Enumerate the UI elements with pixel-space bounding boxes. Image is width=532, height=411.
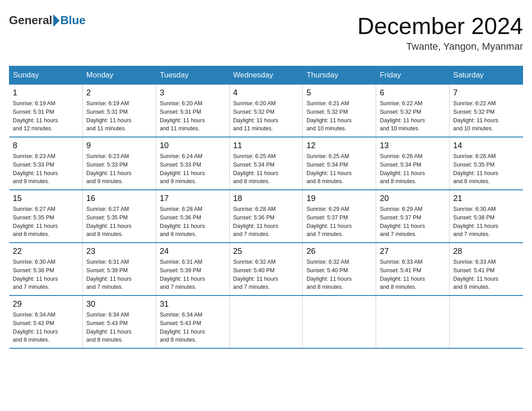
calendar-cell: 22 Sunrise: 6:30 AMSunset: 5:38 PMDaylig… [9, 243, 83, 295]
calendar-cell: 18 Sunrise: 6:28 AMSunset: 5:36 PMDaylig… [229, 190, 303, 243]
calendar-cell [376, 295, 450, 348]
day-number: 26 [306, 247, 372, 256]
day-info: Sunrise: 6:34 AMSunset: 5:43 PMDaylight:… [86, 311, 152, 344]
day-info: Sunrise: 6:33 AMSunset: 5:41 PMDaylight:… [453, 258, 519, 291]
day-info: Sunrise: 6:29 AMSunset: 5:37 PMDaylight:… [380, 205, 446, 239]
header-saturday: Saturday [450, 66, 523, 85]
day-info: Sunrise: 6:31 AMSunset: 5:39 PMDaylight:… [86, 258, 152, 291]
calendar-cell: 3 Sunrise: 6:20 AMSunset: 5:31 PMDayligh… [156, 85, 229, 137]
day-number: 5 [306, 88, 372, 98]
day-number: 10 [160, 141, 226, 150]
calendar-table: SundayMondayTuesdayWednesdayThursdayFrid… [9, 66, 523, 349]
calendar-week-row: 29 Sunrise: 6:34 AMSunset: 5:42 PMDaylig… [9, 295, 523, 348]
calendar-week-row: 15 Sunrise: 6:27 AMSunset: 5:35 PMDaylig… [9, 190, 523, 243]
calendar-cell: 26 Sunrise: 6:32 AMSunset: 5:40 PMDaylig… [303, 243, 376, 295]
day-number: 7 [453, 88, 519, 98]
calendar-cell: 5 Sunrise: 6:21 AMSunset: 5:32 PMDayligh… [303, 85, 376, 137]
day-info: Sunrise: 6:19 AMSunset: 5:31 PMDaylight:… [86, 99, 152, 133]
header-sunday: Sunday [9, 66, 83, 85]
day-number: 11 [233, 141, 299, 150]
day-number: 4 [233, 88, 299, 98]
header-friday: Friday [376, 66, 450, 85]
day-number: 8 [13, 141, 79, 150]
day-info: Sunrise: 6:31 AMSunset: 5:39 PMDaylight:… [160, 258, 226, 291]
day-number: 15 [13, 194, 79, 203]
header-monday: Monday [82, 66, 156, 85]
calendar-cell: 11 Sunrise: 6:25 AMSunset: 5:34 PMDaylig… [229, 137, 303, 190]
calendar-cell: 15 Sunrise: 6:27 AMSunset: 5:35 PMDaylig… [9, 190, 83, 243]
logo-blue-text: Blue [60, 13, 86, 27]
day-info: Sunrise: 6:27 AMSunset: 5:35 PMDaylight:… [13, 205, 79, 239]
header-thursday: Thursday [303, 66, 376, 85]
day-number: 6 [380, 88, 446, 98]
day-info: Sunrise: 6:21 AMSunset: 5:32 PMDaylight:… [306, 99, 372, 133]
day-number: 1 [13, 88, 79, 98]
logo-arrow-icon [53, 14, 60, 27]
calendar-cell: 25 Sunrise: 6:32 AMSunset: 5:40 PMDaylig… [229, 243, 303, 295]
day-info: Sunrise: 6:28 AMSunset: 5:36 PMDaylight:… [160, 205, 226, 239]
calendar-cell: 27 Sunrise: 6:33 AMSunset: 5:41 PMDaylig… [376, 243, 450, 295]
day-info: Sunrise: 6:24 AMSunset: 5:33 PMDaylight:… [160, 152, 226, 186]
day-info: Sunrise: 6:32 AMSunset: 5:40 PMDaylight:… [306, 258, 372, 291]
day-number: 2 [86, 88, 152, 98]
calendar-cell: 10 Sunrise: 6:24 AMSunset: 5:33 PMDaylig… [156, 137, 229, 190]
day-info: Sunrise: 6:32 AMSunset: 5:40 PMDaylight:… [233, 258, 299, 291]
calendar-cell [229, 295, 303, 348]
calendar-cell: 2 Sunrise: 6:19 AMSunset: 5:31 PMDayligh… [82, 85, 156, 137]
day-info: Sunrise: 6:25 AMSunset: 5:34 PMDaylight:… [233, 152, 299, 186]
day-number: 27 [380, 247, 446, 256]
day-number: 17 [160, 194, 226, 203]
calendar-cell: 31 Sunrise: 6:34 AMSunset: 5:43 PMDaylig… [156, 295, 229, 348]
day-info: Sunrise: 6:30 AMSunset: 5:38 PMDaylight:… [453, 205, 519, 239]
day-number: 31 [160, 300, 226, 309]
calendar-week-row: 8 Sunrise: 6:23 AMSunset: 5:33 PMDayligh… [9, 137, 523, 190]
page-header: General Blue December 2024 Twante, Yango… [9, 9, 523, 57]
calendar-cell [450, 295, 523, 348]
day-number: 23 [86, 247, 152, 256]
day-info: Sunrise: 6:30 AMSunset: 5:38 PMDaylight:… [13, 258, 79, 291]
day-number: 25 [233, 247, 299, 256]
day-info: Sunrise: 6:19 AMSunset: 5:31 PMDaylight:… [13, 99, 79, 133]
calendar-cell: 13 Sunrise: 6:26 AMSunset: 5:34 PMDaylig… [376, 137, 450, 190]
day-number: 16 [86, 194, 152, 203]
calendar-cell: 19 Sunrise: 6:29 AMSunset: 5:37 PMDaylig… [303, 190, 376, 243]
day-info: Sunrise: 6:27 AMSunset: 5:35 PMDaylight:… [86, 205, 152, 239]
day-info: Sunrise: 6:34 AMSunset: 5:42 PMDaylight:… [13, 311, 79, 344]
header-tuesday: Tuesday [156, 66, 229, 85]
day-info: Sunrise: 6:22 AMSunset: 5:32 PMDaylight:… [380, 99, 446, 133]
calendar-cell: 6 Sunrise: 6:22 AMSunset: 5:32 PMDayligh… [376, 85, 450, 137]
day-info: Sunrise: 6:33 AMSunset: 5:41 PMDaylight:… [380, 258, 446, 291]
day-info: Sunrise: 6:26 AMSunset: 5:35 PMDaylight:… [453, 152, 519, 186]
day-number: 21 [453, 194, 519, 203]
day-info: Sunrise: 6:23 AMSunset: 5:33 PMDaylight:… [86, 152, 152, 186]
day-number: 28 [453, 247, 519, 256]
day-number: 20 [380, 194, 446, 203]
day-info: Sunrise: 6:20 AMSunset: 5:31 PMDaylight:… [160, 99, 226, 133]
calendar-cell: 17 Sunrise: 6:28 AMSunset: 5:36 PMDaylig… [156, 190, 229, 243]
calendar-cell: 14 Sunrise: 6:26 AMSunset: 5:35 PMDaylig… [450, 137, 523, 190]
title-section: December 2024 Twante, Yangon, Myanmar [357, 13, 523, 52]
calendar-header-row: SundayMondayTuesdayWednesdayThursdayFrid… [9, 66, 523, 85]
calendar-cell: 16 Sunrise: 6:27 AMSunset: 5:35 PMDaylig… [82, 190, 156, 243]
calendar-cell: 9 Sunrise: 6:23 AMSunset: 5:33 PMDayligh… [82, 137, 156, 190]
calendar-cell: 30 Sunrise: 6:34 AMSunset: 5:43 PMDaylig… [82, 295, 156, 348]
logo: General Blue [9, 13, 86, 27]
day-info: Sunrise: 6:20 AMSunset: 5:32 PMDaylight:… [233, 99, 299, 133]
calendar-cell: 12 Sunrise: 6:25 AMSunset: 5:34 PMDaylig… [303, 137, 376, 190]
day-number: 9 [86, 141, 152, 150]
day-number: 3 [160, 88, 226, 98]
location-title: Twante, Yangon, Myanmar [357, 41, 523, 52]
day-number: 12 [306, 141, 372, 150]
calendar-cell: 20 Sunrise: 6:29 AMSunset: 5:37 PMDaylig… [376, 190, 450, 243]
calendar-cell: 23 Sunrise: 6:31 AMSunset: 5:39 PMDaylig… [82, 243, 156, 295]
calendar-week-row: 22 Sunrise: 6:30 AMSunset: 5:38 PMDaylig… [9, 243, 523, 295]
day-number: 14 [453, 141, 519, 150]
calendar-cell: 24 Sunrise: 6:31 AMSunset: 5:39 PMDaylig… [156, 243, 229, 295]
header-wednesday: Wednesday [229, 66, 303, 85]
calendar-cell: 28 Sunrise: 6:33 AMSunset: 5:41 PMDaylig… [450, 243, 523, 295]
calendar-cell [303, 295, 376, 348]
day-number: 29 [13, 300, 79, 309]
calendar-week-row: 1 Sunrise: 6:19 AMSunset: 5:31 PMDayligh… [9, 85, 523, 137]
day-number: 24 [160, 247, 226, 256]
day-info: Sunrise: 6:34 AMSunset: 5:43 PMDaylight:… [160, 311, 226, 344]
